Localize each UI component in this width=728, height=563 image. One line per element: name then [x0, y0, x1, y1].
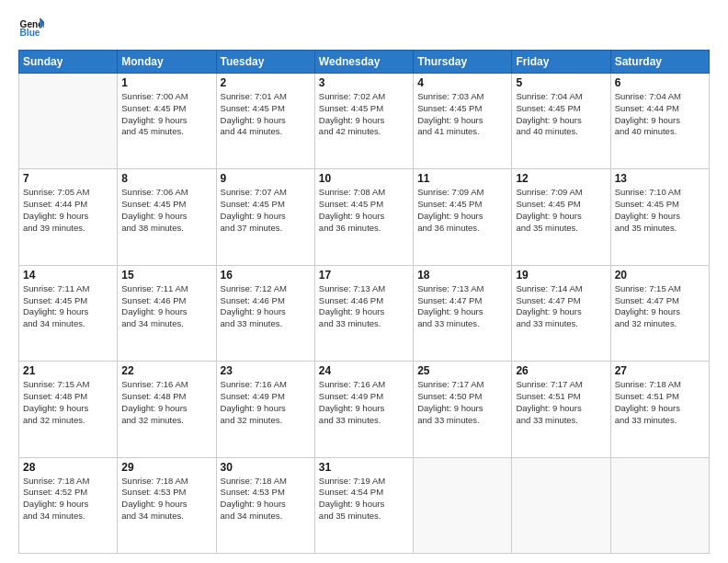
cell-info-line: and 34 minutes.	[121, 511, 211, 523]
calendar-cell: 18Sunrise: 7:13 AMSunset: 4:47 PMDayligh…	[414, 265, 512, 361]
cell-info-line: Daylight: 9 hours	[23, 403, 113, 415]
day-number: 4	[417, 76, 507, 89]
cell-info-line: and 38 minutes.	[121, 223, 211, 235]
cell-info-line: and 36 minutes.	[319, 223, 409, 235]
calendar-cell	[610, 457, 709, 553]
cell-info-line: Daylight: 9 hours	[121, 115, 211, 127]
cell-info-line: Daylight: 9 hours	[417, 115, 507, 127]
logo-icon: General Blue	[18, 15, 44, 40]
cell-info-line: Daylight: 9 hours	[516, 115, 606, 127]
calendar-cell: 23Sunrise: 7:16 AMSunset: 4:49 PMDayligh…	[216, 362, 314, 457]
cell-info-line: and 32 minutes.	[615, 318, 705, 330]
cell-info-line: Sunset: 4:45 PM	[319, 103, 409, 115]
cell-info-line: Daylight: 9 hours	[615, 115, 705, 127]
day-number: 22	[121, 364, 211, 377]
calendar-cell: 13Sunrise: 7:10 AMSunset: 4:45 PMDayligh…	[610, 169, 709, 265]
cell-info-line: Sunset: 4:51 PM	[516, 391, 606, 403]
calendar-week-row: 21Sunrise: 7:15 AMSunset: 4:48 PMDayligh…	[19, 362, 710, 457]
weekday-header: Friday	[512, 51, 610, 74]
cell-info-line: and 35 minutes.	[516, 223, 606, 235]
cell-info-line: Daylight: 9 hours	[516, 403, 606, 415]
calendar-cell: 15Sunrise: 7:11 AMSunset: 4:46 PMDayligh…	[118, 265, 216, 361]
cell-info-line: Daylight: 9 hours	[319, 115, 409, 127]
cell-info-line: and 34 minutes.	[23, 318, 113, 330]
calendar-cell: 26Sunrise: 7:17 AMSunset: 4:51 PMDayligh…	[512, 362, 610, 457]
calendar-cell: 5Sunrise: 7:04 AMSunset: 4:45 PMDaylight…	[512, 74, 610, 169]
cell-info-line: Sunrise: 7:03 AM	[417, 91, 507, 103]
svg-text:Blue: Blue	[20, 28, 40, 38]
day-number: 23	[221, 364, 311, 377]
calendar-cell	[512, 457, 610, 553]
cell-info-line: Sunrise: 7:18 AM	[121, 476, 211, 488]
cell-info-line: Daylight: 9 hours	[417, 211, 507, 223]
cell-info-line: Daylight: 9 hours	[319, 499, 409, 511]
cell-info-line: Sunrise: 7:05 AM	[23, 187, 113, 199]
header: General Blue	[18, 15, 710, 40]
cell-info-line: Sunrise: 7:16 AM	[319, 379, 409, 391]
cell-info-line: Sunset: 4:46 PM	[319, 295, 409, 307]
calendar-cell: 16Sunrise: 7:12 AMSunset: 4:46 PMDayligh…	[216, 265, 314, 361]
cell-info-line: and 32 minutes.	[121, 415, 211, 427]
cell-info-line: Sunset: 4:52 PM	[23, 487, 113, 499]
day-number: 29	[121, 461, 211, 474]
calendar-cell	[414, 457, 512, 553]
cell-info-line: Daylight: 9 hours	[319, 403, 409, 415]
cell-info-line: Sunrise: 7:10 AM	[615, 187, 705, 199]
day-number: 9	[221, 172, 311, 185]
day-number: 16	[221, 269, 311, 282]
cell-info-line: Sunrise: 7:09 AM	[417, 187, 507, 199]
day-number: 6	[615, 76, 705, 89]
logo: General Blue	[18, 15, 48, 40]
cell-info-line: Daylight: 9 hours	[23, 211, 113, 223]
cell-info-line: Sunset: 4:45 PM	[417, 103, 507, 115]
cell-info-line: Daylight: 9 hours	[319, 211, 409, 223]
calendar-cell: 30Sunrise: 7:18 AMSunset: 4:53 PMDayligh…	[216, 457, 314, 553]
cell-info-line: Daylight: 9 hours	[417, 403, 507, 415]
day-number: 15	[121, 269, 211, 282]
day-number: 20	[615, 269, 705, 282]
calendar-cell: 7Sunrise: 7:05 AMSunset: 4:44 PMDaylight…	[19, 169, 118, 265]
cell-info-line: Sunset: 4:45 PM	[615, 199, 705, 211]
cell-info-line: Daylight: 9 hours	[221, 306, 311, 318]
day-number: 12	[516, 172, 606, 185]
cell-info-line: Daylight: 9 hours	[615, 306, 705, 318]
cell-info-line: Daylight: 9 hours	[121, 211, 211, 223]
cell-info-line: and 40 minutes.	[615, 126, 705, 138]
cell-info-line: Sunrise: 7:08 AM	[319, 187, 409, 199]
day-number: 3	[319, 76, 409, 89]
cell-info-line: Sunrise: 7:13 AM	[319, 283, 409, 295]
cell-info-line: Sunset: 4:44 PM	[23, 199, 113, 211]
day-number: 13	[615, 172, 705, 185]
calendar-cell: 10Sunrise: 7:08 AMSunset: 4:45 PMDayligh…	[314, 169, 413, 265]
cell-info-line: Sunset: 4:48 PM	[23, 391, 113, 403]
cell-info-line: Sunset: 4:49 PM	[319, 391, 409, 403]
calendar-cell: 19Sunrise: 7:14 AMSunset: 4:47 PMDayligh…	[512, 265, 610, 361]
cell-info-line: Sunset: 4:47 PM	[516, 295, 606, 307]
day-number: 8	[121, 172, 211, 185]
cell-info-line: and 33 minutes.	[417, 318, 507, 330]
cell-info-line: and 35 minutes.	[319, 511, 409, 523]
cell-info-line: Sunset: 4:49 PM	[221, 391, 311, 403]
calendar-cell: 4Sunrise: 7:03 AMSunset: 4:45 PMDaylight…	[414, 74, 512, 169]
cell-info-line: Sunrise: 7:18 AM	[221, 476, 311, 488]
calendar-cell: 2Sunrise: 7:01 AMSunset: 4:45 PMDaylight…	[216, 74, 314, 169]
cell-info-line: Sunrise: 7:06 AM	[121, 187, 211, 199]
cell-info-line: Sunset: 4:45 PM	[319, 199, 409, 211]
calendar-cell: 28Sunrise: 7:18 AMSunset: 4:52 PMDayligh…	[19, 457, 118, 553]
cell-info-line: Sunrise: 7:18 AM	[615, 379, 705, 391]
day-number: 17	[319, 269, 409, 282]
cell-info-line: Daylight: 9 hours	[221, 211, 311, 223]
cell-info-line: and 44 minutes.	[221, 126, 311, 138]
cell-info-line: and 33 minutes.	[221, 318, 311, 330]
cell-info-line: Daylight: 9 hours	[23, 499, 113, 511]
calendar-cell: 9Sunrise: 7:07 AMSunset: 4:45 PMDaylight…	[216, 169, 314, 265]
day-number: 28	[23, 461, 113, 474]
cell-info-line: Sunrise: 7:09 AM	[516, 187, 606, 199]
cell-info-line: and 35 minutes.	[615, 223, 705, 235]
day-number: 10	[319, 172, 409, 185]
cell-info-line: Sunset: 4:44 PM	[615, 103, 705, 115]
day-number: 5	[516, 76, 606, 89]
weekday-header: Thursday	[414, 51, 512, 74]
calendar-cell: 1Sunrise: 7:00 AMSunset: 4:45 PMDaylight…	[118, 74, 216, 169]
calendar-cell: 22Sunrise: 7:16 AMSunset: 4:48 PMDayligh…	[118, 362, 216, 457]
